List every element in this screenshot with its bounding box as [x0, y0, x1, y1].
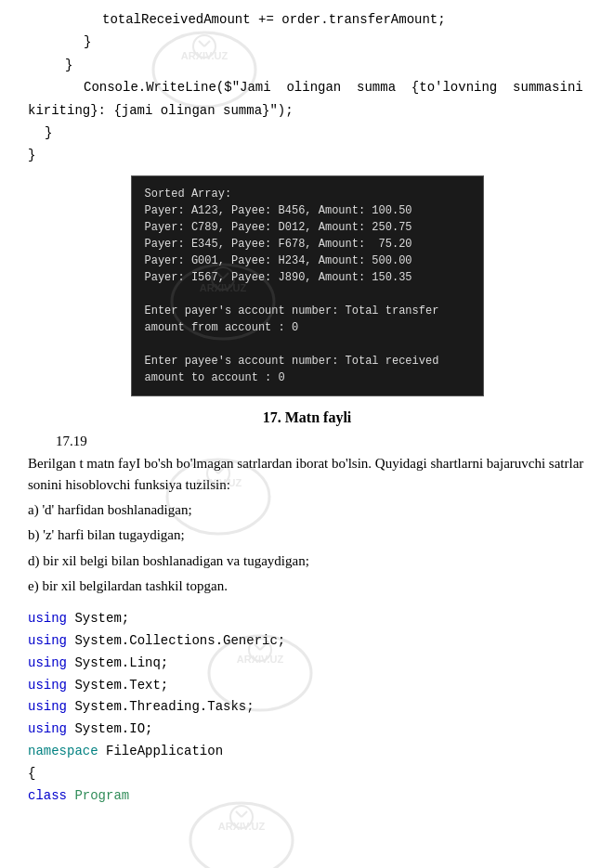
kw-using-1: using: [28, 611, 67, 626]
svg-line-24: [242, 811, 247, 817]
body-item-b: b) 'z' harfi bilan tugaydigan;: [28, 525, 586, 546]
kw-using-6: using: [28, 721, 67, 736]
namespace-line: namespace FileApplication: [28, 741, 586, 763]
code-line-4b: kiriting}: {jami olingan summa}");: [28, 100, 586, 121]
terminal-line-blank2: [145, 336, 470, 353]
code-line-1: totalReceivedAmount += order.transferAmo…: [102, 9, 586, 30]
terminal-line-payee-prompt: Enter payee's account number: Total rece…: [145, 353, 470, 386]
using-line-5: using System.Threading.Tasks;: [28, 696, 586, 719]
section-title: 17. Matn fayli: [28, 409, 586, 426]
body-item-a: a) 'd' harfidan boshlanadigan;: [28, 499, 586, 521]
body-item-e: e) bir xil belgilardan tashkil topgan.: [28, 576, 586, 597]
using-line-6: using System.IO;: [28, 719, 586, 741]
using-block: using System; using System.Collections.G…: [28, 608, 586, 807]
terminal-line-blank1: [145, 286, 470, 303]
using-value-4: System.Text;: [67, 678, 168, 693]
watermark-5: ARXIV.UZ: [186, 798, 297, 868]
class-value: Program: [67, 788, 129, 803]
using-value-3: System.Linq;: [67, 655, 168, 670]
namespace-value: FileApplication: [98, 744, 223, 758]
brace-open: {: [28, 763, 586, 785]
code-text-4b: kiriting}: {jami olingan summa}");: [28, 103, 294, 118]
code-line-5: }: [45, 123, 586, 143]
code-line-3: }: [65, 55, 586, 75]
kw-using-3: using: [28, 655, 67, 670]
kw-using-5: using: [28, 699, 67, 714]
terminal-line-payer-prompt: Enter payer's account number: Total tran…: [145, 303, 470, 336]
code-text-6: }: [28, 148, 35, 162]
terminal-line-3: Payer: E345, Payee: F678, Amount: 75.20: [145, 236, 470, 253]
using-line-4: using System.Text;: [28, 675, 586, 697]
kw-class: class: [28, 788, 67, 803]
svg-line-23: [236, 811, 242, 817]
using-value-1: System;: [67, 611, 129, 626]
code-line-6: }: [28, 145, 586, 165]
svg-point-20: [190, 803, 293, 868]
using-value-5: System.Threading.Tasks;: [67, 699, 255, 714]
body-item-d: d) bir xil belgi bilan boshlanadigan va …: [28, 551, 586, 572]
using-line-2: using System.Collections.Generic;: [28, 630, 586, 653]
terminal-output: Sorted Array: Payer: A123, Payee: B456, …: [131, 175, 484, 396]
kw-using-2: using: [28, 633, 67, 648]
terminal-line-1: Payer: A123, Payee: B456, Amount: 100.50: [145, 202, 470, 219]
body-intro: Berilgan t matn fayI bo'sh bo'lmagan sat…: [28, 453, 586, 497]
class-line: class Program: [28, 785, 586, 808]
svg-text:ARXIV.UZ: ARXIV.UZ: [218, 821, 266, 832]
code-text-1: totalReceivedAmount += order.transferAmo…: [102, 12, 446, 27]
terminal-line-5: Payer: I567, Payee: J890, Amount: 150.35: [145, 269, 470, 286]
using-line-3: using System.Linq;: [28, 653, 586, 675]
kw-using-4: using: [28, 678, 67, 693]
kw-namespace: namespace: [28, 744, 98, 758]
terminal-line-sorted: Sorted Array:: [145, 186, 470, 202]
terminal-line-4: Payer: G001, Payee: H234, Amount: 500.00: [145, 253, 470, 269]
code-line-4: Console.WriteLine($"Jami olingan summa {…: [84, 77, 586, 97]
using-value-2: System.Collections.Generic;: [67, 633, 285, 648]
using-line-1: using System;: [28, 608, 586, 630]
using-value-6: System.IO;: [67, 721, 152, 736]
code-text-5: }: [45, 125, 52, 140]
code-text-2: }: [84, 34, 91, 49]
code-text-4: Console.WriteLine($"Jami olingan summa {…: [84, 77, 583, 97]
number-ref: 17.19: [56, 434, 586, 449]
code-text-3: }: [65, 58, 72, 72]
code-line-2: }: [84, 32, 586, 52]
svg-point-22: [230, 806, 253, 828]
terminal-line-2: Payer: C789, Payee: D012, Amount: 250.75: [145, 219, 470, 236]
